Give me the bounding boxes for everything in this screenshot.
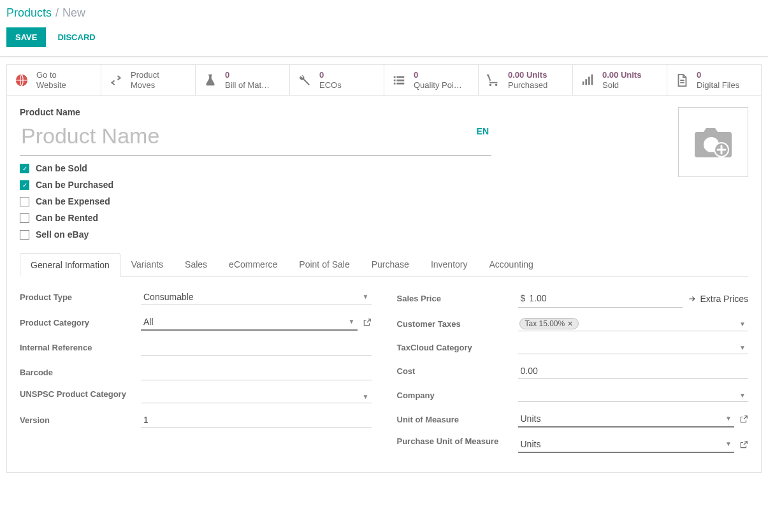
stat-line1: Product bbox=[131, 70, 159, 80]
tab-general-information: Product Type Consumable ▼ Product Catego… bbox=[20, 277, 748, 453]
extra-prices-button[interactable]: Extra Prices bbox=[688, 294, 748, 304]
stat-value: 0 bbox=[414, 70, 462, 80]
breadcrumb-parent[interactable]: Products bbox=[6, 6, 52, 20]
checkbox-row-sell-on-ebay: Sell on eBay bbox=[20, 229, 491, 240]
label-product-type: Product Type bbox=[20, 292, 134, 302]
tab-point-of-sale[interactable]: Point of Sale bbox=[288, 252, 360, 276]
stat-quality[interactable]: 0 Quality Poi… bbox=[384, 65, 479, 95]
label-version: Version bbox=[20, 415, 134, 425]
checkbox-label-sell-on-ebay[interactable]: Sell on eBay bbox=[36, 229, 89, 240]
tab-purchase[interactable]: Purchase bbox=[361, 252, 420, 276]
product-name-input[interactable] bbox=[20, 120, 491, 155]
breadcrumb-separator: / bbox=[55, 6, 59, 20]
exchange-icon bbox=[108, 73, 124, 87]
stat-purchased[interactable]: 0.00 Units Purchased bbox=[479, 65, 573, 95]
product-name-label: Product Name bbox=[20, 107, 491, 117]
external-link-icon[interactable] bbox=[363, 318, 372, 327]
tab-general-information[interactable]: General Information bbox=[20, 253, 120, 277]
wrench-icon bbox=[296, 73, 313, 87]
camera-plus-icon bbox=[691, 124, 735, 160]
stat-product-moves[interactable]: Product Moves bbox=[101, 65, 196, 95]
stat-label: Bill of Mat… bbox=[225, 80, 270, 90]
checkbox-can-be-purchased[interactable]: ✓ bbox=[20, 180, 29, 190]
stat-go-to-website[interactable]: Go to Website bbox=[7, 65, 101, 95]
caret-icon: ▼ bbox=[363, 393, 369, 400]
tab-ecommerce[interactable]: eCommerce bbox=[218, 252, 288, 276]
checkbox-row-can-be-expensed: Can be Expensed bbox=[20, 196, 491, 206]
cart-icon bbox=[485, 73, 502, 87]
stat-line1: Go to bbox=[36, 70, 66, 80]
tab-variants[interactable]: Variants bbox=[120, 252, 174, 276]
left-column: Product Type Consumable ▼ Product Catego… bbox=[20, 289, 372, 453]
form-sheet: Product Name EN ✓Can be Sold✓Can be Purc… bbox=[6, 96, 762, 473]
tab-accounting[interactable]: Accounting bbox=[478, 252, 544, 276]
unspsc-select[interactable]: ▼ bbox=[141, 389, 372, 403]
checkbox-sell-on-ebay[interactable] bbox=[20, 230, 29, 240]
checkbox-label-can-be-sold[interactable]: Can be Sold bbox=[36, 163, 87, 173]
remove-tag-icon[interactable]: ✕ bbox=[567, 320, 573, 328]
tab-sales[interactable]: Sales bbox=[174, 252, 218, 276]
checkbox-label-can-be-purchased[interactable]: Can be Purchased bbox=[36, 180, 113, 190]
version-input[interactable] bbox=[141, 412, 372, 428]
stat-label: Quality Poi… bbox=[414, 80, 462, 90]
stat-value: 0 bbox=[319, 70, 342, 80]
stat-value: 0.00 Units bbox=[602, 70, 641, 80]
label-sales-price: Sales Price bbox=[397, 294, 512, 303]
stat-value: 0.00 Units bbox=[508, 70, 547, 80]
stat-line2: Website bbox=[36, 80, 66, 90]
stat-line2: Moves bbox=[131, 80, 159, 90]
taxcloud-select[interactable]: ▼ bbox=[518, 340, 749, 354]
caret-icon: ▼ bbox=[725, 440, 732, 447]
barcode-input[interactable] bbox=[141, 364, 372, 380]
form-actions: SAVE DISCARD bbox=[0, 24, 768, 56]
puom-select[interactable]: Units ▼ bbox=[518, 436, 735, 453]
bar-chart-icon bbox=[579, 73, 596, 87]
product-image-upload[interactable] bbox=[678, 107, 748, 177]
flask-icon bbox=[202, 73, 219, 87]
caret-icon: ▼ bbox=[739, 320, 746, 327]
save-button[interactable]: SAVE bbox=[6, 27, 46, 47]
customer-taxes-select[interactable]: Tax 15.00% ✕ ▼ bbox=[518, 317, 749, 331]
checkbox-label-can-be-rented[interactable]: Can be Rented bbox=[36, 213, 98, 223]
sales-price-input[interactable] bbox=[526, 291, 679, 306]
caret-icon: ▼ bbox=[739, 392, 746, 399]
stat-digital-files[interactable]: 0 Digital Files bbox=[667, 65, 761, 95]
label-barcode: Barcode bbox=[20, 368, 134, 377]
product-category-value: All bbox=[143, 317, 154, 327]
stat-value: 0 bbox=[697, 70, 739, 80]
uom-select[interactable]: Units ▼ bbox=[518, 411, 735, 428]
external-link-icon[interactable] bbox=[739, 440, 748, 449]
right-column: Sales Price $ Extra Prices Customer Taxe… bbox=[397, 289, 749, 453]
stat-bom[interactable]: 0 Bill of Mat… bbox=[196, 65, 290, 95]
tab-inventory[interactable]: Inventory bbox=[420, 252, 479, 276]
product-type-select[interactable]: Consumable ▼ bbox=[141, 289, 372, 305]
stat-buttons-row: Go to Website Product Moves 0 Bill of Ma… bbox=[6, 64, 762, 96]
checkbox-label-can-be-expensed[interactable]: Can be Expensed bbox=[36, 196, 110, 206]
checkbox-row-can-be-sold: ✓Can be Sold bbox=[20, 163, 491, 173]
checkbox-row-can-be-purchased: ✓Can be Purchased bbox=[20, 180, 491, 190]
external-link-icon[interactable] bbox=[739, 415, 748, 424]
label-taxcloud: TaxCloud Category bbox=[397, 343, 512, 352]
checkbox-can-be-expensed[interactable] bbox=[20, 197, 29, 206]
translate-button[interactable]: EN bbox=[477, 126, 489, 136]
tax-tag: Tax 15.00% ✕ bbox=[519, 318, 579, 329]
product-category-select[interactable]: All ▼ bbox=[141, 314, 358, 331]
label-uom: Unit of Measure bbox=[397, 415, 512, 424]
stat-label: ECOs bbox=[319, 80, 342, 90]
caret-icon: ▼ bbox=[349, 318, 355, 325]
cost-input[interactable] bbox=[518, 363, 749, 379]
uom-value: Units bbox=[521, 413, 541, 424]
label-customer-taxes: Customer Taxes bbox=[397, 319, 512, 329]
currency-symbol: $ bbox=[521, 293, 526, 303]
checkbox-can-be-rented[interactable] bbox=[20, 213, 29, 223]
discard-button[interactable]: DISCARD bbox=[54, 27, 99, 47]
label-company: Company bbox=[397, 391, 512, 400]
internal-reference-input[interactable] bbox=[141, 340, 372, 356]
stat-ecos[interactable]: 0 ECOs bbox=[290, 65, 384, 95]
stat-sold[interactable]: 0.00 Units Sold bbox=[573, 65, 667, 95]
breadcrumb-current: New bbox=[62, 6, 85, 20]
stat-label: Purchased bbox=[508, 80, 547, 90]
checkbox-can-be-sold[interactable]: ✓ bbox=[20, 164, 29, 173]
company-select[interactable]: ▼ bbox=[518, 388, 749, 402]
globe-icon bbox=[13, 73, 30, 87]
